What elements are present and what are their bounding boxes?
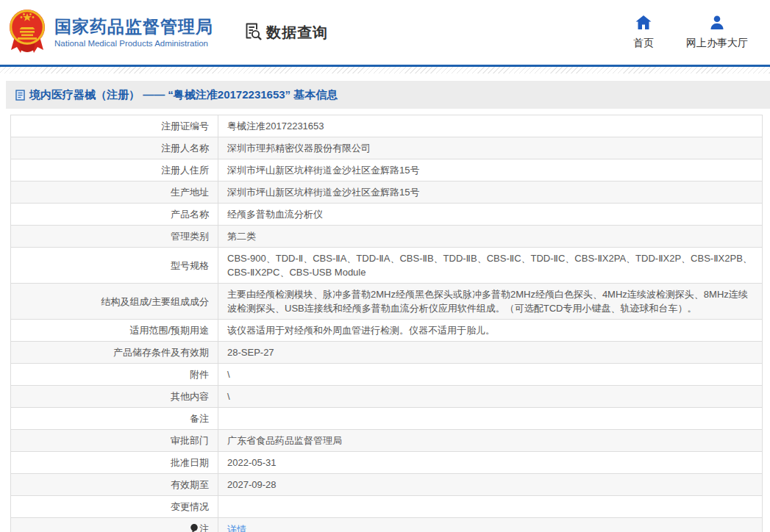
row-value: 该仪器适用于对经颅和外周血管进行检测。仪器不适用于胎儿。: [218, 320, 763, 342]
row-label: 有效期至: [11, 474, 218, 496]
row-value: \: [218, 364, 763, 386]
national-emblem-logo: [7, 7, 47, 59]
document-icon: [15, 90, 25, 101]
table-row: 注册证编号粤械注准20172231653: [11, 115, 763, 137]
row-value: 详情: [218, 518, 763, 532]
registration-info-table: 注册证编号粤械注准20172231653注册人名称深圳市理邦精密仪器股份有限公司…: [10, 115, 763, 532]
row-value: 深圳市坪山新区坑梓街道金沙社区金辉路15号: [218, 159, 763, 181]
table-row: 产品名称经颅多普勒血流分析仪: [11, 204, 763, 226]
top-nav: 首页 网上办事大厅: [633, 15, 748, 50]
brand-subtitle: National Medical Products Administration: [54, 39, 213, 48]
row-value: 主要由经颅检测模块、脉冲多普勒2MHz经颅黑色探头或脉冲多普勒2MHz经颅白色探…: [218, 284, 763, 320]
data-query-label: 数据查询: [266, 23, 328, 43]
row-label: 审批部门: [11, 430, 218, 452]
table-row: 审批部门广东省食品药品监督管理局: [11, 430, 763, 452]
page-title-bar: 境内医疗器械（注册） —— “粤械注准20172231653” 基本信息: [6, 81, 770, 109]
row-label: 管理类别: [11, 226, 218, 248]
row-value: 2022-05-31: [218, 452, 763, 474]
data-query-icon: [243, 21, 263, 44]
row-label: 注册人住所: [11, 159, 218, 181]
table-row: 注详情: [11, 518, 763, 532]
page-title: 境内医疗器械（注册） —— “粤械注准20172231653” 基本信息: [29, 88, 338, 102]
row-label: 型号规格: [11, 248, 218, 284]
row-label: 附件: [11, 364, 218, 386]
nav-item-service-hall[interactable]: 网上办事大厅: [686, 15, 748, 50]
hatched-band: [0, 67, 770, 73]
table-row: 注册人住所深圳市坪山新区坑梓街道金沙社区金辉路15号: [11, 159, 763, 181]
row-label: 注册证编号: [11, 115, 218, 137]
row-label: 适用范围/预期用途: [11, 320, 218, 342]
row-value: 深圳市理邦精密仪器股份有限公司: [218, 137, 763, 159]
table-row: 附件\: [11, 364, 763, 386]
row-value: 广东省食品药品监督管理局: [218, 430, 763, 452]
note-balloon-icon: [190, 522, 198, 532]
brand-title: 国家药品监督管理局: [54, 17, 213, 37]
user-icon: [710, 15, 724, 32]
row-value: [218, 408, 763, 430]
row-value: [218, 496, 763, 518]
table-row: 有效期至2027-09-28: [11, 474, 763, 496]
table-row: 产品储存条件及有效期28-SEP-27: [11, 342, 763, 364]
nav-service-hall-label: 网上办事大厅: [686, 37, 748, 50]
row-value: 28-SEP-27: [218, 342, 763, 364]
data-query-section[interactable]: 数据查询: [243, 21, 328, 44]
row-value: 粤械注准20172231653: [218, 115, 763, 137]
row-label: 注: [11, 518, 218, 532]
row-label: 变更情况: [11, 496, 218, 518]
table-row: 管理类别第二类: [11, 226, 763, 248]
table-row: 变更情况: [11, 496, 763, 518]
nav-item-home[interactable]: 首页: [633, 15, 654, 50]
row-label: 批准日期: [11, 452, 218, 474]
row-label: 产品储存条件及有效期: [11, 342, 218, 364]
detail-link[interactable]: 详情: [227, 524, 246, 532]
table-row: 备注: [11, 408, 763, 430]
row-value: CBS-900、TDD-Ⅱ、CBS-ⅡA、TDD-ⅡA、CBS-ⅡB、TDD-Ⅱ…: [218, 248, 763, 284]
row-value: 经颅多普勒血流分析仪: [218, 204, 763, 226]
info-table-body: 注册证编号粤械注准20172231653注册人名称深圳市理邦精密仪器股份有限公司…: [11, 115, 763, 532]
header: 国家药品监督管理局 National Medical Products Admi…: [0, 0, 770, 65]
table-row: 型号规格CBS-900、TDD-Ⅱ、CBS-ⅡA、TDD-ⅡA、CBS-ⅡB、T…: [11, 248, 763, 284]
row-label: 注册人名称: [11, 137, 218, 159]
table-row: 生产地址深圳市坪山新区坑梓街道金沙社区金辉路15号: [11, 181, 763, 204]
row-label: 产品名称: [11, 204, 218, 226]
table-row: 注册人名称深圳市理邦精密仪器股份有限公司: [11, 137, 763, 159]
row-value: 2027-09-28: [218, 474, 763, 496]
home-icon: [635, 15, 652, 32]
row-label: 结构及组成/主要组成成分: [11, 284, 218, 320]
table-row: 批准日期2022-05-31: [11, 452, 763, 474]
table-row: 适用范围/预期用途该仪器适用于对经颅和外周血管进行检测。仪器不适用于胎儿。: [11, 320, 763, 342]
row-value: 第二类: [218, 226, 763, 248]
row-value: \: [218, 386, 763, 408]
table-row: 结构及组成/主要组成成分主要由经颅检测模块、脉冲多普勒2MHz经颅黑色探头或脉冲…: [11, 284, 763, 320]
table-row: 其他内容\: [11, 386, 763, 408]
row-label: 生产地址: [11, 181, 218, 204]
brand: 国家药品监督管理局 National Medical Products Admi…: [54, 17, 213, 48]
row-value: 深圳市坪山新区坑梓街道金沙社区金辉路15号: [218, 181, 763, 204]
row-label: 其他内容: [11, 386, 218, 408]
row-label: 备注: [11, 408, 218, 430]
nav-home-label: 首页: [633, 37, 654, 50]
